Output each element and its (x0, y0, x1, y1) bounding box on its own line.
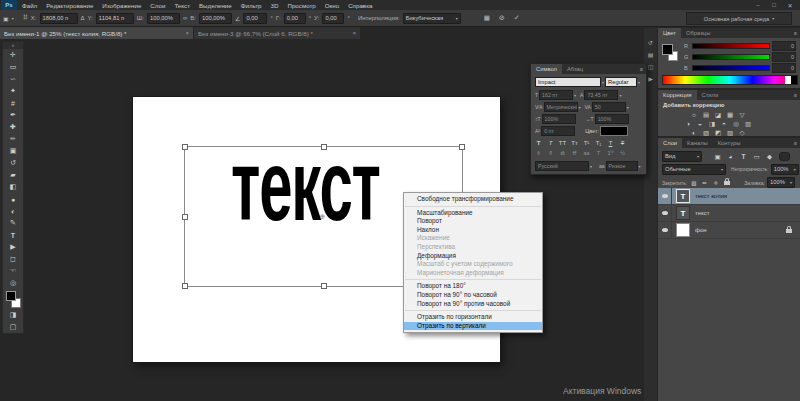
menu-item-rotate-180[interactable]: Поворот на 180° (404, 282, 542, 291)
blend-mode-dropdown[interactable]: Обычные▾ (662, 164, 726, 175)
faux-italic-button[interactable]: T (545, 138, 556, 147)
path-selection-tool[interactable]: ▶ (3, 241, 23, 253)
tab-channels[interactable]: Каналы (682, 138, 713, 148)
panel-menu-icon[interactable]: ≡ (794, 90, 797, 100)
menu-item-rotate-90-cw[interactable]: Поворот на 90° по часовой (404, 291, 542, 300)
layer-filter-dropdown[interactable]: Вид▾ (662, 151, 702, 162)
layer-row-text[interactable]: T текст (658, 205, 800, 222)
tab-close-icon[interactable]: × (352, 30, 356, 36)
black-white-icon[interactable]: ◨ (706, 119, 718, 128)
document-tab-inactive[interactable]: Без имени-3 @ 66,7% (Слой 6, RGB/8) *× (194, 27, 360, 39)
subscript-button[interactable]: T₁ (593, 138, 604, 147)
baseline-shift-field[interactable]: 0 пт (541, 126, 575, 136)
font-size-field[interactable]: 162 пт (539, 90, 573, 100)
blue-value-field[interactable]: 0 (772, 63, 796, 73)
filter-shape-layers-icon[interactable]: ▭ (751, 152, 762, 161)
tab-close-icon[interactable]: × (185, 30, 189, 36)
gradient-tool[interactable]: ◧ (3, 181, 23, 193)
tab-swatches[interactable]: Образцы (681, 28, 715, 38)
font-style-dropdown[interactable]: Regular (605, 77, 637, 87)
x-position-field[interactable]: 1808,00 п (40, 13, 78, 24)
crop-tool[interactable]: # (3, 97, 23, 109)
h-skew-field[interactable]: 0,00 (284, 13, 306, 24)
filter-smart-object-icon[interactable]: ◆ (764, 152, 775, 161)
rotation-field[interactable]: 0,00 (243, 13, 267, 24)
history-panel-icon[interactable]: ↺ (644, 36, 657, 48)
commit-transform-icon[interactable]: ✓ (514, 14, 520, 22)
height-field[interactable]: 100,00% (199, 13, 232, 24)
layer-thumbnail[interactable] (676, 223, 690, 237)
transform-handle[interactable] (182, 214, 188, 220)
tab-layers[interactable]: Слои (658, 138, 682, 148)
menu-type[interactable]: Текст (174, 2, 190, 9)
relative-position-delta-button[interactable]: Δ (81, 15, 85, 21)
layer-visibility-toggle[interactable] (658, 205, 672, 221)
layer-name[interactable]: фон (695, 227, 707, 233)
fill-field[interactable]: 100%▾ (767, 177, 795, 188)
spectrum-black-chip[interactable] (791, 76, 797, 84)
tab-paragraph[interactable]: Абзац (562, 64, 588, 74)
menu-item-rotate[interactable]: Поворот (404, 217, 542, 226)
underline-button[interactable]: T (605, 138, 616, 147)
brush-tool[interactable]: ✏ (3, 133, 23, 145)
close-button[interactable]: ✕ (784, 2, 796, 9)
tracking-field[interactable]: 50 (592, 102, 626, 112)
faux-bold-button[interactable]: T (533, 138, 544, 147)
eyedropper-tool[interactable]: ✒ (3, 109, 23, 121)
hue-saturation-icon[interactable]: ◑ (682, 119, 694, 128)
properties-panel-icon[interactable]: ▤ (644, 48, 657, 60)
chevron-down-icon[interactable]: ▾ (602, 80, 604, 85)
document-tab-active[interactable]: Без имени-1 @ 25% (текст копия, RGB/8) *… (0, 27, 193, 39)
menu-view[interactable]: Просмотр (287, 2, 315, 9)
quick-selection-tool[interactable]: ✦ (3, 85, 23, 97)
y-position-field[interactable]: 1104,81 п (96, 13, 134, 24)
ordinals-button[interactable]: 1ˢᵗ (605, 149, 616, 157)
quick-mask-icon[interactable]: ◨ (3, 309, 23, 321)
type-tool[interactable]: T (3, 229, 23, 241)
curves-icon[interactable]: ◪ (712, 110, 724, 119)
warp-mode-toggle-icon[interactable]: ▦ (484, 14, 490, 22)
chevron-down-icon[interactable]: ▾ (638, 80, 640, 85)
lock-all-icon[interactable] (724, 181, 730, 185)
layer-row-text-copy[interactable]: T текст копия (658, 188, 800, 205)
opacity-field[interactable]: 100%▾ (771, 164, 799, 175)
discretionary-ligatures-button[interactable]: ﬆ (557, 149, 568, 157)
ligatures-button[interactable]: fi (533, 149, 544, 157)
width-field[interactable]: 100,00% (147, 13, 180, 24)
menu-item-rotate-90-ccw[interactable]: Поворот на 90° против часовой (404, 300, 542, 309)
green-slider[interactable] (692, 54, 770, 60)
levels-icon[interactable]: ▤ (700, 110, 712, 119)
menu-filter[interactable]: Фильтр (241, 2, 262, 9)
threshold-icon[interactable]: ◩ (712, 128, 724, 137)
layer-filter-toggle[interactable] (779, 152, 790, 161)
transform-handle[interactable] (459, 144, 465, 150)
menu-edit[interactable]: Редактирование (46, 2, 93, 9)
transform-handle[interactable] (182, 283, 188, 289)
transform-handle[interactable] (321, 283, 327, 289)
fractions-button[interactable]: ½ (617, 149, 628, 157)
lock-transparency-icon[interactable]: ▨ (689, 178, 698, 187)
minimize-button[interactable]: – (752, 2, 764, 8)
tab-color[interactable]: Цвет (658, 28, 681, 38)
menu-layers[interactable]: Слои (150, 2, 165, 9)
healing-brush-tool[interactable]: ✚ (3, 121, 23, 133)
layer-visibility-toggle[interactable] (658, 222, 672, 238)
chevron-down-icon[interactable]: ▾ (639, 164, 641, 169)
posterize-icon[interactable]: ▧ (700, 128, 712, 137)
panel-menu-icon[interactable]: ≡ (794, 28, 797, 38)
color-balance-icon[interactable]: ◒ (694, 119, 706, 128)
menu-item-skew[interactable]: Наклон (404, 226, 542, 235)
strikethrough-button[interactable]: T (617, 138, 628, 147)
screen-mode-icon[interactable]: ▢ (3, 321, 23, 333)
transform-handle[interactable] (182, 144, 188, 150)
chevron-down-icon[interactable]: ▾ (619, 93, 621, 98)
clone-stamp-tool[interactable]: ▣ (3, 145, 23, 157)
reference-point-grid-icon[interactable]: ⠿ (23, 14, 28, 22)
interpolation-dropdown[interactable]: Бикубическая▾ (403, 13, 461, 24)
layer-thumbnail[interactable]: T (676, 189, 690, 203)
layer-name[interactable]: текст (695, 210, 709, 216)
layer-name[interactable]: текст копия (695, 193, 727, 199)
tab-character[interactable]: Символ (531, 64, 562, 74)
tab-styles[interactable]: Стили (697, 90, 724, 100)
layer-thumbnail[interactable]: T (676, 206, 690, 220)
